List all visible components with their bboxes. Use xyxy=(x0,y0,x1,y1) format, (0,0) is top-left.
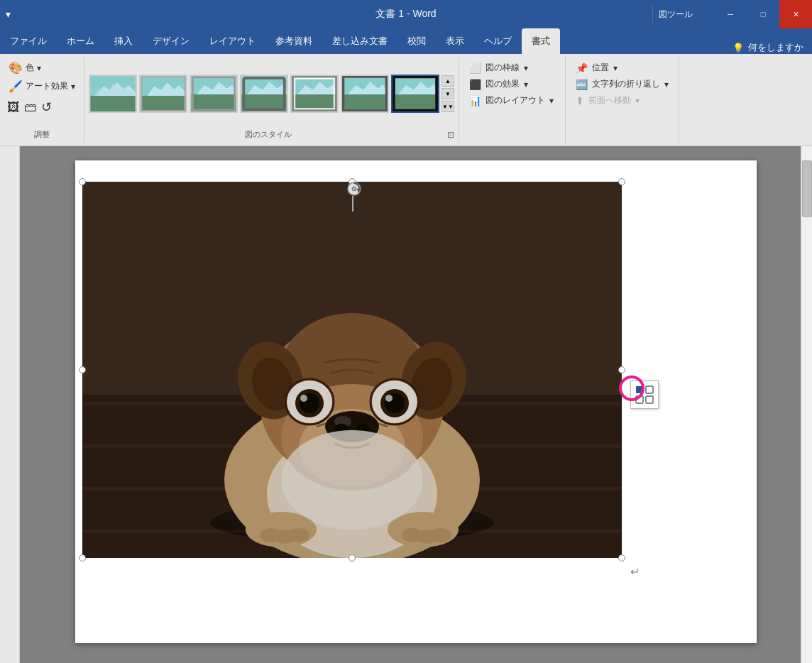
window-controls[interactable]: ─ □ ✕ xyxy=(714,0,812,28)
styles-label: 図のスタイル xyxy=(89,129,447,140)
svg-rect-29 xyxy=(343,76,388,94)
gallery-up[interactable]: ▲ xyxy=(441,75,454,87)
tab-home[interactable]: ホーム xyxy=(57,28,104,54)
border-icon: ⬜ xyxy=(469,62,481,74)
svg-rect-1 xyxy=(91,96,136,111)
textwrap-icon: 🔤 xyxy=(576,79,588,90)
close-button[interactable]: ✕ xyxy=(779,0,812,28)
tab-format[interactable]: 書式 xyxy=(522,28,560,54)
tab-help[interactable]: ヘルプ xyxy=(474,28,522,54)
tab-design[interactable]: デザイン xyxy=(143,28,199,54)
gallery-down[interactable]: ▼ xyxy=(441,88,454,99)
layout-options-popup[interactable] xyxy=(630,380,659,409)
ribbon: 🎨 色 ▾ 🖌️ アート効果 ▾ 🖼 🗃 ↺ 調整 xyxy=(0,54,812,146)
svg-rect-83 xyxy=(646,396,653,403)
change-icon: 🗃 xyxy=(24,100,37,115)
title-text: 文書 1 - Word xyxy=(375,8,436,21)
ribbon-adjust-section: 🎨 色 ▾ 🖌️ アート効果 ▾ 🖼 🗃 ↺ 調整 xyxy=(0,57,84,143)
ribbon-tabs: ファイル ホーム 挿入 デザイン レイアウト 参考資料 差し込み文書 校閲 表示… xyxy=(0,28,812,54)
tab-review[interactable]: 校閲 xyxy=(397,28,436,54)
svg-rect-4 xyxy=(91,76,136,96)
document-title: 文書 1 - Word xyxy=(375,8,436,21)
styles-expand-icon[interactable]: ⊡ xyxy=(447,130,454,140)
tab-layout[interactable]: レイアウト xyxy=(199,28,265,54)
picture-styles-controls: ⬜ 図の枠線 ▾ ⬛ 図の効果 ▾ 📊 図のレイアウト ▾ xyxy=(459,57,566,143)
svg-rect-82 xyxy=(636,396,643,403)
arrange-controls: 📌 位置 ▾ 🔤 文字列の折り返し ▾ ⬆ 前面へ移動 ▾ xyxy=(566,57,679,143)
picture-effect-button[interactable]: ⬛ 図の効果 ▾ xyxy=(466,76,558,92)
picture-layout-button[interactable]: 📊 図のレイアウト ▾ xyxy=(466,92,558,109)
svg-rect-27 xyxy=(343,94,388,111)
compress-button[interactable]: 🖼 xyxy=(6,98,21,116)
svg-rect-34 xyxy=(393,76,438,94)
selected-image-container[interactable] xyxy=(82,182,622,558)
ribbon-right: ⬜ 図の枠線 ▾ ⬛ 図の効果 ▾ 📊 図のレイアウト ▾ 📌 位置 ▾ xyxy=(459,57,812,143)
style-thumb-4[interactable] xyxy=(240,75,288,113)
svg-rect-32 xyxy=(393,94,438,111)
tab-mailings[interactable]: 差し込み文書 xyxy=(322,28,397,54)
quick-access[interactable]: ▾ xyxy=(6,9,11,20)
picture-border-button[interactable]: ⬜ 図の枠線 ▾ xyxy=(466,60,558,76)
title-bar: ▾ 文書 1 - Word 図ツール ─ □ ✕ xyxy=(0,0,812,28)
svg-rect-6 xyxy=(141,96,186,111)
return-symbol: ↵ xyxy=(630,565,640,579)
effect-icon: ⬛ xyxy=(469,79,481,90)
style-thumb-2[interactable] xyxy=(139,75,187,113)
vertical-scrollbar[interactable] xyxy=(801,146,812,663)
tab-view[interactable]: 表示 xyxy=(436,28,474,54)
search-label[interactable]: 何をしますか xyxy=(748,41,803,54)
svg-rect-80 xyxy=(636,386,643,393)
pug-image xyxy=(82,182,622,558)
maximize-button[interactable]: □ xyxy=(747,0,779,28)
color-arrow: ▾ xyxy=(37,63,41,73)
layout-icon: 📊 xyxy=(469,95,481,106)
effect-arrow: ▾ xyxy=(524,80,528,89)
position-icon: 📌 xyxy=(576,62,588,74)
text-wrap-button[interactable]: 🔤 文字列の折り返し ▾ xyxy=(573,76,671,92)
scrollbar-thumb[interactable] xyxy=(802,160,812,217)
style-thumb-1[interactable] xyxy=(89,75,137,113)
style-thumb-3[interactable] xyxy=(190,75,238,113)
art-arrow: ▾ xyxy=(71,82,75,92)
svg-point-38 xyxy=(352,187,356,191)
art-effect-button[interactable]: 🖌️ アート効果 ▾ xyxy=(6,78,78,94)
svg-rect-81 xyxy=(646,386,653,393)
document-area: ↵ xyxy=(0,146,812,663)
style-thumb-6[interactable] xyxy=(341,75,389,113)
position-button[interactable]: 📌 位置 ▾ xyxy=(573,60,671,76)
rotate-handle[interactable] xyxy=(346,180,363,197)
color-icon: 🎨 xyxy=(9,61,23,75)
layout-arrow: ▾ xyxy=(549,96,554,106)
gallery-scroll[interactable]: ▲ ▼ ▼▼ xyxy=(441,75,454,113)
minimize-button[interactable]: ─ xyxy=(714,0,747,28)
svg-rect-11 xyxy=(192,94,236,111)
style-thumb-7[interactable] xyxy=(391,75,439,113)
reset-button[interactable]: ↺ xyxy=(40,98,53,116)
color-button[interactable]: 🎨 色 ▾ xyxy=(6,60,78,76)
art-icon: 🖌️ xyxy=(9,80,23,93)
document-page: ↵ xyxy=(75,160,757,643)
svg-rect-13 xyxy=(192,76,236,94)
gallery-expand[interactable]: ▼▼ xyxy=(441,101,454,112)
change-picture-button[interactable]: 🗃 xyxy=(23,98,38,116)
quick-access-icon: ▾ xyxy=(6,9,11,20)
tab-insert[interactable]: 挿入 xyxy=(104,28,143,54)
vertical-ruler xyxy=(0,146,20,663)
search-area[interactable]: 💡 何をしますか xyxy=(724,41,812,54)
tab-references[interactable]: 参考資料 xyxy=(265,28,322,54)
border-arrow: ▾ xyxy=(524,63,528,73)
bring-forward-button[interactable]: ⬆ 前面へ移動 ▾ xyxy=(573,92,671,109)
forward-arrow: ▾ xyxy=(635,96,640,106)
adjust-label: 調整 xyxy=(34,126,50,140)
forward-icon: ⬆ xyxy=(576,95,584,106)
styles-section: ▲ ▼ ▼▼ 図のスタイル ⊡ xyxy=(84,57,459,143)
style-thumb-5[interactable] xyxy=(290,75,339,113)
zutool-badge: 図ツール xyxy=(652,6,698,23)
compress-icon: 🖼 xyxy=(7,100,20,115)
textwrap-arrow: ▾ xyxy=(664,80,669,89)
svg-rect-79 xyxy=(82,182,622,558)
lightbulb-icon: 💡 xyxy=(733,43,744,53)
tab-file[interactable]: ファイル xyxy=(0,28,57,54)
svg-rect-8 xyxy=(141,76,186,96)
reset-icon: ↺ xyxy=(41,99,52,115)
